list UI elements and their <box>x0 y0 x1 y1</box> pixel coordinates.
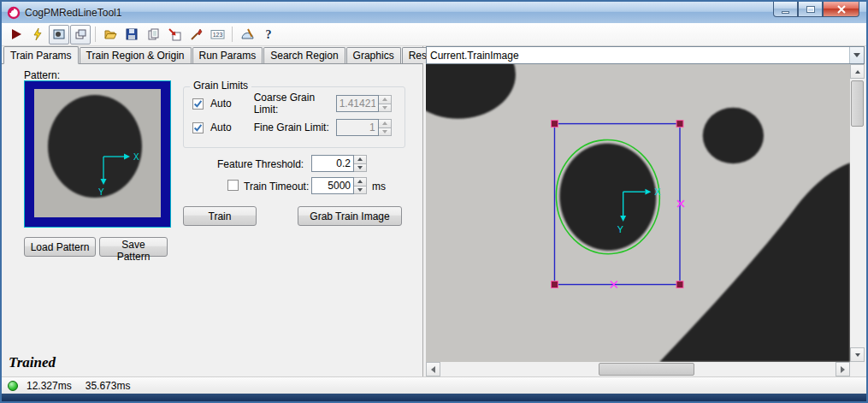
tab-graphics[interactable]: Graphics <box>346 47 401 63</box>
record-display-icon <box>52 27 66 41</box>
feature-threshold-spinner[interactable] <box>354 155 367 172</box>
timeout-units-label: ms <box>372 181 386 193</box>
coarse-auto-checkbox[interactable] <box>192 98 204 110</box>
left-panel: Train Params Train Region & Origin Run P… <box>2 46 423 376</box>
train-image-canvas[interactable]: X Y <box>426 64 850 362</box>
copy-pages-button[interactable] <box>143 25 163 44</box>
help-button[interactable]: ? <box>258 25 279 44</box>
coarse-grain-label: Coarse Grain Limit: <box>254 92 336 116</box>
train-timeout-label: Train Timeout: <box>244 181 309 193</box>
fine-grain-input[interactable] <box>336 119 379 136</box>
check-icon <box>193 123 203 133</box>
coarse-grain-input[interactable] <box>336 95 379 112</box>
svg-text:X: X <box>654 187 661 197</box>
save-pattern-button[interactable]: Save Pattern <box>99 237 168 257</box>
arrow-up-icon <box>855 70 860 74</box>
right-panel: Current.TrainImage <box>423 46 866 376</box>
run-button[interactable] <box>6 25 27 44</box>
region-handle-top-left[interactable] <box>552 121 558 127</box>
svg-text:Y: Y <box>98 187 104 197</box>
fine-grain-spinner[interactable] <box>379 119 392 136</box>
main-area: Train Params Train Region & Origin Run P… <box>2 46 866 376</box>
svg-text:123: 123 <box>212 32 222 38</box>
app-window: CogPMRedLineTool1 <box>0 0 868 403</box>
grain-limits-title: Grain Limits <box>190 80 251 92</box>
maximize-button[interactable] <box>798 2 823 17</box>
import-arrow-icon <box>168 27 181 41</box>
coarse-grain-spinner[interactable] <box>379 95 392 112</box>
measure-button[interactable] <box>237 25 257 44</box>
tab-strip: Train Params Train Region & Origin Run P… <box>2 46 422 64</box>
numeric-display-button[interactable]: 123 <box>207 25 227 44</box>
region-handle-bottom-right[interactable] <box>676 282 683 288</box>
minimize-button[interactable] <box>773 2 798 17</box>
vertical-scroll-track[interactable] <box>850 79 865 347</box>
train-timeout-input[interactable] <box>311 177 354 194</box>
train-button[interactable]: Train <box>183 206 257 226</box>
close-icon <box>837 5 846 14</box>
arrow-down-icon <box>855 353 860 357</box>
windows-icon <box>74 27 87 41</box>
combo-dropdown-button[interactable] <box>849 47 864 63</box>
vertical-scrollbar[interactable] <box>850 64 865 362</box>
pages-icon <box>146 27 160 41</box>
vertical-scroll-thumb[interactable] <box>851 80 864 127</box>
save-file-button[interactable] <box>121 25 142 44</box>
grain-limits-group: Grain Limits Auto Coarse Grain Limit: <box>183 86 405 148</box>
fine-auto-checkbox[interactable] <box>192 122 204 133</box>
fine-auto-label: Auto <box>210 121 232 133</box>
region-handle-top-right[interactable] <box>676 121 683 127</box>
numeric-123-icon: 123 <box>210 27 225 41</box>
load-pattern-button[interactable]: Load Pattern <box>24 237 96 257</box>
train-timeout-spinner[interactable] <box>354 177 367 194</box>
paintbrush-button[interactable] <box>186 25 206 44</box>
grab-train-image-button[interactable]: Grab Train Image <box>298 206 402 226</box>
open-file-button[interactable] <box>100 25 121 44</box>
pattern-label: Pattern: <box>24 69 60 81</box>
horizontal-scrollbar[interactable] <box>426 362 850 376</box>
pattern-display[interactable]: X Y <box>24 80 171 228</box>
train-params-page: Pattern: X Y <box>2 64 422 376</box>
tab-train-region-origin[interactable]: Train Region & Origin <box>80 47 192 63</box>
run-icon <box>9 27 23 41</box>
minimize-icon <box>782 11 789 14</box>
region-handle-bottom-left[interactable] <box>552 282 558 288</box>
toolbar-separator <box>95 27 96 42</box>
scrollbar-corner <box>850 362 865 376</box>
import-results-button[interactable] <box>164 25 185 44</box>
scroll-right-button[interactable] <box>836 362 850 376</box>
blob-top-right <box>703 108 764 164</box>
lightning-icon <box>31 27 44 41</box>
svg-text:?: ? <box>266 28 272 41</box>
tab-train-params[interactable]: Train Params <box>3 46 79 64</box>
show-record-button[interactable] <box>49 25 69 44</box>
image-selector[interactable]: Current.TrainImage <box>426 46 865 64</box>
app-icon <box>7 6 21 20</box>
train-status-text: Trained <box>9 354 56 371</box>
check-icon <box>193 99 203 109</box>
fine-grain-label: Fine Grain Limit: <box>254 121 336 133</box>
feature-threshold-input[interactable] <box>311 155 354 172</box>
horizontal-scroll-track[interactable] <box>440 362 836 376</box>
tab-search-region[interactable]: Search Region <box>263 47 345 63</box>
horizontal-scroll-thumb[interactable] <box>599 363 694 376</box>
chevron-down-icon <box>853 53 860 57</box>
scroll-left-button[interactable] <box>426 362 440 376</box>
run-time-value: 12.327ms <box>27 380 72 392</box>
coarse-auto-label: Auto <box>210 98 232 110</box>
svg-text:Y: Y <box>617 224 624 234</box>
window-frame-bottom <box>2 394 866 401</box>
scroll-down-button[interactable] <box>850 347 865 362</box>
electric-run-button[interactable] <box>27 25 48 44</box>
window-controls <box>773 2 859 17</box>
window-title: CogPMRedLineTool1 <box>25 7 121 19</box>
arrow-right-icon <box>841 366 845 373</box>
tab-run-params[interactable]: Run Params <box>192 47 263 63</box>
train-timeout-checkbox[interactable] <box>227 180 239 191</box>
scroll-up-button[interactable] <box>850 64 865 79</box>
titlebar[interactable]: CogPMRedLineTool1 <box>2 2 866 23</box>
svg-text:X: X <box>133 152 139 162</box>
image-display[interactable]: X Y <box>426 64 850 362</box>
open-window-button[interactable] <box>70 25 91 44</box>
close-button[interactable] <box>823 2 859 17</box>
